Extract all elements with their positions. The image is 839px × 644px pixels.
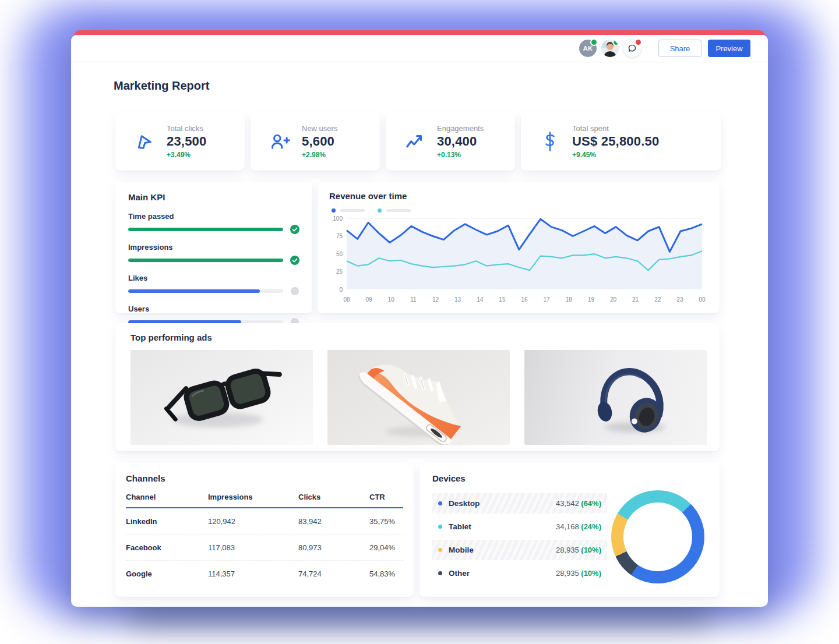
cursor-icon — [133, 132, 156, 151]
svg-text:23: 23 — [676, 296, 683, 303]
check-circle-icon — [290, 256, 299, 265]
kpi-card-delta: +3.49% — [167, 151, 207, 159]
device-label: Desktop — [449, 499, 556, 508]
channel-value: 54,83% — [369, 569, 403, 578]
revenue-panel: Revenue over time 0255075100080910111213… — [318, 182, 720, 313]
svg-text:20: 20 — [610, 296, 617, 303]
legend-dot — [438, 571, 442, 575]
avatar-initials-text: AK — [583, 45, 593, 52]
svg-text:12: 12 — [432, 296, 439, 303]
device-value: 28,935 (10%) — [556, 546, 601, 554]
svg-text:14: 14 — [477, 296, 484, 303]
channels-col-clicks: Clicks — [298, 493, 369, 501]
progress-bar — [128, 289, 283, 293]
channel-value: 80,973 — [298, 543, 369, 552]
headphones-illustration — [524, 350, 707, 445]
check-circle-icon — [290, 225, 299, 234]
kpi-card-label: Engagements — [437, 124, 484, 133]
chat-button[interactable] — [623, 40, 641, 57]
channel-value: 114,357 — [208, 569, 298, 578]
kpi-row-time-passed: Time passed — [128, 212, 299, 234]
channel-value: 117,083 — [208, 543, 298, 552]
svg-text:11: 11 — [410, 296, 417, 303]
legend-item-revenue-primary — [332, 208, 365, 213]
ad-image-sneaker[interactable] — [327, 350, 510, 445]
ad-image-sunglasses[interactable] — [131, 350, 313, 445]
share-button[interactable]: Share — [658, 40, 701, 57]
kpi-card-total-spent: Total spentUS$ 25,800.50+9.45% — [521, 112, 721, 171]
kpi-row-likes: Likes — [128, 274, 299, 296]
avatar-initials[interactable]: AK — [579, 40, 597, 57]
svg-text:15: 15 — [499, 296, 506, 303]
channel-name: Google — [126, 569, 208, 578]
legend-dot — [438, 525, 442, 529]
top-ads-title: Top performing ads — [131, 332, 704, 342]
svg-text:09: 09 — [366, 296, 373, 303]
sunglasses-illustration — [131, 350, 313, 445]
legend-dot — [378, 208, 382, 213]
kpi-card-delta: +2.98% — [302, 151, 337, 159]
svg-text:18: 18 — [566, 296, 573, 303]
kpi-row-label: Time passed — [128, 212, 299, 221]
channel-name: Facebook — [126, 543, 208, 552]
device-label: Tablet — [449, 522, 556, 531]
ad-image-headphones[interactable] — [524, 350, 707, 445]
avatar-photo[interactable] — [601, 40, 619, 57]
online-status-dot — [612, 40, 619, 46]
channels-row-linkedin: LinkedIn120,94283,94235,75% — [126, 508, 403, 535]
device-value: 34,168 (24%) — [556, 522, 601, 531]
device-row-tablet: Tablet34,168 (24%) — [432, 516, 607, 537]
channels-row-facebook: Facebook117,08380,97329,04% — [126, 535, 403, 561]
kpi-card-label: Total clicks — [167, 124, 207, 133]
revenue-title: Revenue over time — [329, 191, 708, 201]
kpi-card-new-users: New users5,600+2.98% — [251, 112, 380, 171]
device-value: 43,542 (64%) — [556, 499, 601, 508]
kpi-card-row: Total clicks23,500+3.49%New users5,600+2… — [115, 112, 721, 171]
svg-text:13: 13 — [454, 296, 461, 303]
legend-label-placeholder — [386, 209, 411, 212]
devices-title: Devices — [432, 473, 707, 483]
svg-text:16: 16 — [521, 296, 528, 303]
devices-donut-chart — [611, 490, 704, 583]
top-bar: AK Share Pre — [71, 35, 768, 62]
channels-col-channel: Channel — [126, 493, 208, 501]
kpi-card-label: Total spent — [572, 124, 659, 133]
device-row-desktop: Desktop43,542 (64%) — [432, 493, 607, 514]
kpi-row-impressions: Impressions — [128, 243, 299, 265]
avatar-group: AK — [579, 40, 641, 57]
main-kpi-panel: Main KPI Time passedImpressionsLikesUser… — [115, 182, 312, 313]
kpi-card-label: New users — [302, 124, 337, 133]
channels-table-body: LinkedIn120,94283,94235,75%Facebook117,0… — [126, 508, 403, 586]
page-title: Marketing Report — [114, 79, 209, 93]
pending-dot-icon — [290, 286, 299, 296]
channel-value: 74,724 — [298, 569, 369, 578]
device-label: Mobile — [449, 546, 556, 554]
kpi-card-value: 5,600 — [302, 134, 337, 149]
app-window: AK Share Pre — [71, 35, 768, 607]
top-ads-panel: Top performing ads — [115, 323, 720, 451]
channel-value: 35,75% — [369, 517, 403, 526]
channels-title: Channels — [126, 473, 403, 483]
progress-bar — [128, 259, 283, 262]
legend-label-placeholder — [340, 209, 365, 212]
svg-text:19: 19 — [588, 296, 595, 303]
svg-text:100: 100 — [333, 215, 343, 222]
online-status-dot — [590, 38, 598, 46]
svg-text:25: 25 — [336, 268, 343, 275]
kpi-card-delta: +9.45% — [572, 151, 659, 159]
svg-text:75: 75 — [336, 233, 343, 239]
kpi-card-value: 30,400 — [437, 134, 484, 149]
preview-button[interactable]: Preview — [708, 40, 750, 57]
svg-text:00: 00 — [699, 296, 706, 303]
channels-table-header: ChannelImpressionsClicksCTR — [126, 493, 403, 508]
legend-item-revenue-secondary — [378, 208, 411, 213]
channels-col-impressions: Impressions — [208, 493, 298, 501]
svg-text:21: 21 — [632, 296, 639, 303]
progress-bar — [128, 228, 283, 231]
main-kpi-rows: Time passedImpressionsLikesUsers — [128, 212, 299, 327]
revenue-line-chart: 0255075100080910111213141516171819202122… — [329, 214, 708, 305]
dollar-icon — [538, 129, 562, 154]
channel-name: LinkedIn — [126, 517, 208, 526]
svg-text:08: 08 — [343, 296, 350, 303]
device-row-mobile: Mobile28,935 (10%) — [432, 540, 607, 560]
